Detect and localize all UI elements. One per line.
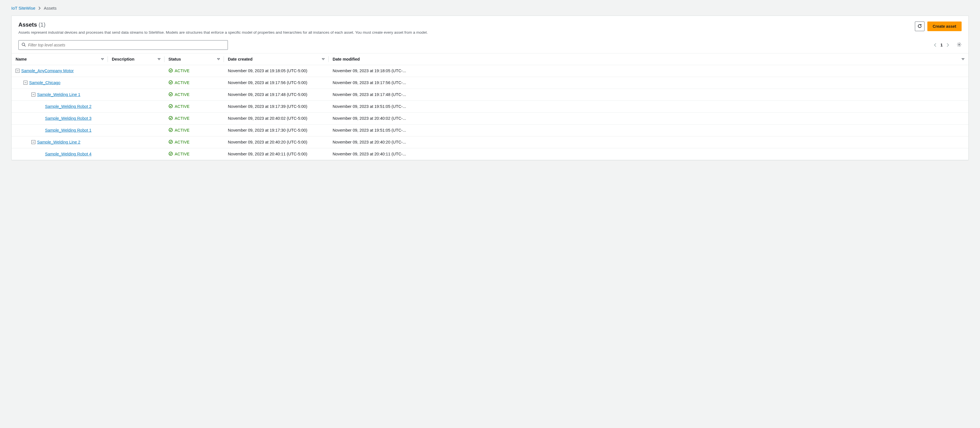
search-input[interactable]: [28, 43, 225, 47]
table-row: Sample_Welding Robot 4ACTIVENovember 09,…: [12, 148, 968, 160]
status-label: ACTIVE: [175, 104, 189, 109]
column-header-status[interactable]: Status: [164, 53, 224, 65]
chevron-right-icon: [38, 6, 41, 10]
modified-cell: November 09, 2023 at 20:40:02 (UTC-...: [329, 112, 968, 124]
column-header-description[interactable]: Description: [108, 53, 164, 65]
collapse-toggle[interactable]: −: [24, 81, 27, 84]
status-label: ACTIVE: [175, 68, 189, 73]
status-badge: ACTIVE: [169, 128, 220, 133]
description-cell: [108, 136, 164, 148]
breadcrumb-current: Assets: [44, 6, 57, 11]
svg-point-1: [958, 44, 959, 45]
asset-link[interactable]: Sample_AnyCompany Motor: [21, 68, 73, 73]
column-header-name[interactable]: Name: [12, 53, 108, 65]
status-label: ACTIVE: [175, 116, 189, 121]
check-circle-icon: [169, 116, 173, 121]
asset-link[interactable]: Sample_Chicago: [29, 80, 60, 85]
collapse-toggle[interactable]: −: [32, 140, 35, 144]
asset-link[interactable]: Sample_Welding Line 2: [37, 140, 80, 144]
description-cell: [108, 89, 164, 100]
settings-button[interactable]: [957, 42, 962, 48]
status-label: ACTIVE: [175, 140, 189, 144]
modified-cell: November 09, 2023 at 19:51:05 (UTC-...: [329, 124, 968, 136]
table-row: Sample_Welding Robot 3ACTIVENovember 09,…: [12, 112, 968, 124]
page-description: Assets represent industrial devices and …: [18, 30, 908, 36]
column-label: Name: [16, 57, 27, 61]
sort-icon: [158, 58, 161, 60]
create-asset-button[interactable]: Create asset: [928, 22, 962, 31]
created-cell: November 09, 2023 at 20:40:20 (UTC-5:00): [224, 136, 329, 148]
breadcrumb-root-link[interactable]: IoT SiteWise: [11, 6, 35, 11]
modified-cell: November 09, 2023 at 19:17:48 (UTC-...: [329, 89, 968, 100]
asset-link[interactable]: Sample_Welding Robot 4: [45, 152, 91, 156]
collapse-toggle[interactable]: −: [32, 92, 35, 97]
table-row: Sample_Welding Robot 1ACTIVENovember 09,…: [12, 124, 968, 136]
search-icon: [22, 43, 26, 48]
asset-link[interactable]: Sample_Welding Robot 2: [45, 104, 91, 109]
modified-cell: November 09, 2023 at 20:40:20 (UTC-...: [329, 136, 968, 148]
description-cell: [108, 65, 164, 77]
description-cell: [108, 77, 164, 89]
page-title: Assets (1): [18, 22, 908, 28]
status-badge: ACTIVE: [169, 92, 220, 97]
assets-table: Name Description Status: [12, 53, 968, 160]
breadcrumb: IoT SiteWise Assets: [11, 6, 969, 11]
created-cell: November 09, 2023 at 19:17:30 (UTC-5:00): [224, 124, 329, 136]
created-cell: November 09, 2023 at 20:40:02 (UTC-5:00): [224, 112, 329, 124]
pagination: 1: [934, 43, 950, 47]
description-cell: [108, 112, 164, 124]
check-circle-icon: [169, 80, 173, 86]
column-label: Description: [112, 57, 134, 61]
modified-cell: November 09, 2023 at 19:18:05 (UTC-...: [329, 65, 968, 77]
modified-cell: November 09, 2023 at 19:17:56 (UTC-...: [329, 77, 968, 89]
check-circle-icon: [169, 92, 173, 97]
status-badge: ACTIVE: [169, 104, 220, 109]
asset-link[interactable]: Sample_Welding Line 1: [37, 92, 80, 97]
modified-cell: November 09, 2023 at 19:51:05 (UTC-...: [329, 100, 968, 112]
table-row: −Sample_Welding Line 2ACTIVENovember 09,…: [12, 136, 968, 148]
prev-page-button[interactable]: [934, 43, 936, 47]
created-cell: November 09, 2023 at 20:40:11 (UTC-5:00): [224, 148, 329, 160]
refresh-button[interactable]: [915, 22, 924, 31]
column-label: Date created: [228, 57, 253, 61]
check-circle-icon: [169, 151, 173, 157]
description-cell: [108, 124, 164, 136]
description-cell: [108, 148, 164, 160]
sort-icon: [101, 58, 104, 60]
gear-icon: [957, 42, 962, 48]
check-circle-icon: [169, 104, 173, 109]
asset-link[interactable]: Sample_Welding Robot 1: [45, 128, 91, 132]
created-cell: November 09, 2023 at 19:17:56 (UTC-5:00): [224, 77, 329, 89]
table-row: −Sample_AnyCompany MotorACTIVENovember 0…: [12, 65, 968, 77]
status-label: ACTIVE: [175, 92, 189, 97]
collapse-toggle[interactable]: −: [16, 69, 19, 73]
description-cell: [108, 100, 164, 112]
svg-point-0: [22, 43, 25, 46]
column-label: Status: [169, 57, 181, 61]
status-badge: ACTIVE: [169, 151, 220, 157]
check-circle-icon: [169, 68, 173, 73]
status-badge: ACTIVE: [169, 116, 220, 121]
search-input-container[interactable]: [18, 40, 228, 50]
check-circle-icon: [169, 128, 173, 133]
next-page-button[interactable]: [947, 43, 950, 47]
created-cell: November 09, 2023 at 19:17:39 (UTC-5:00): [224, 100, 329, 112]
created-cell: November 09, 2023 at 19:18:05 (UTC-5:00): [224, 65, 329, 77]
created-cell: November 09, 2023 at 19:17:48 (UTC-5:00): [224, 89, 329, 100]
column-label: Date modified: [332, 57, 360, 61]
sort-icon: [217, 58, 220, 60]
table-row: −Sample_ChicagoACTIVENovember 09, 2023 a…: [12, 77, 968, 89]
assets-panel: Assets (1) Assets represent industrial d…: [11, 16, 969, 160]
sort-icon: [962, 58, 964, 60]
title-text: Assets: [18, 22, 37, 28]
status-label: ACTIVE: [175, 128, 189, 132]
sort-icon: [322, 58, 325, 60]
check-circle-icon: [169, 140, 173, 145]
asset-link[interactable]: Sample_Welding Robot 3: [45, 116, 91, 121]
column-header-modified[interactable]: Date modified: [329, 53, 968, 65]
status-badge: ACTIVE: [169, 80, 220, 86]
modified-cell: November 09, 2023 at 20:40:11 (UTC-...: [329, 148, 968, 160]
asset-count: (1): [38, 22, 45, 28]
status-label: ACTIVE: [175, 152, 189, 156]
column-header-created[interactable]: Date created: [224, 53, 329, 65]
